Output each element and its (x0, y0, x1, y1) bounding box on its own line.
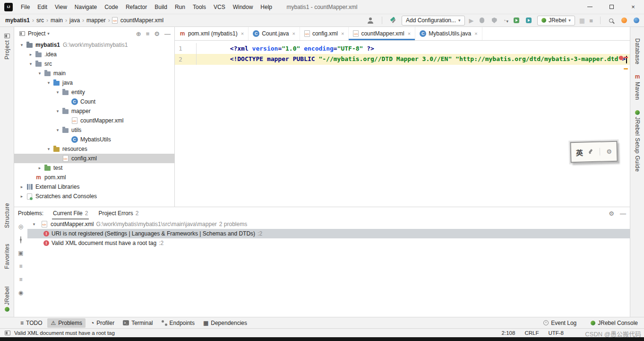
update-notification-icon[interactable] (620, 17, 628, 24)
dependencies-button[interactable]: ▦ Dependencies (200, 318, 250, 328)
jrebel-console-button[interactable]: JRebel Console (587, 318, 641, 328)
menu-run[interactable]: Run (171, 0, 189, 14)
tree-item-external-libraries[interactable]: ▸ External Libraries (14, 182, 174, 192)
tree-item-countmapper-xml[interactable]: countMapper.xml (14, 116, 174, 125)
chevron-expanded-icon[interactable]: ▾ (18, 43, 26, 47)
ime-pen-icon[interactable] (587, 149, 593, 155)
chevron-expanded-icon[interactable]: ▾ (27, 61, 34, 66)
menu-edit[interactable]: Edit (34, 0, 51, 14)
warning-stripe-mark[interactable] (624, 68, 628, 70)
menu-file[interactable]: File (17, 0, 34, 14)
tree-item-main[interactable]: ▾ main (14, 69, 174, 78)
tab-current-file[interactable]: Current File 2 (52, 207, 89, 219)
tool-window-maven[interactable]: Maven (630, 73, 644, 100)
pin-icon[interactable]: ◉ (18, 289, 23, 296)
code-editor[interactable]: 1 <?xml version="1.0" encoding="UTF-8" ?… (175, 41, 630, 207)
chevron-expanded-icon[interactable]: ▾ (54, 128, 61, 132)
chevron-expanded-icon[interactable]: ▾ (36, 71, 43, 76)
menu-tools[interactable]: Tools (189, 0, 210, 14)
tab-project-errors[interactable]: Project Errors 2 (97, 207, 139, 219)
line-separator[interactable]: CRLF (524, 330, 539, 336)
profiler-dropdown-icon[interactable]: ◔▾ (503, 17, 508, 24)
chevron-expanded-icon[interactable]: ▾ (54, 109, 61, 114)
collapse-all-icon[interactable]: ≡ (19, 276, 22, 283)
problems-button[interactable]: ⚠ Problems (47, 318, 85, 328)
jrebel-dropdown-button[interactable]: JRebel ▾ (537, 16, 575, 26)
debug-icon[interactable] (478, 17, 486, 24)
menu-vcs[interactable]: VCS (210, 0, 229, 14)
close-icon[interactable]: × (474, 31, 477, 36)
search-everywhere-icon[interactable] (608, 17, 616, 24)
menu-build[interactable]: Build (151, 0, 171, 14)
chevron-collapsed-icon[interactable]: ▸ (27, 52, 34, 57)
tree-item-src[interactable]: ▾ src (14, 59, 174, 69)
error-stripe-mark[interactable] (624, 57, 628, 58)
endpoints-button[interactable]: Endpoints (158, 318, 198, 328)
chevron-expanded-icon[interactable]: ▾ (30, 222, 38, 227)
profiler-button[interactable]: ◔ Profiler (87, 318, 118, 328)
stop-icon[interactable]: ■ (589, 17, 593, 24)
error-indicator-icon[interactable] (619, 56, 623, 60)
tree-item-mapper[interactable]: ▾ mapper (14, 106, 174, 116)
add-configuration-button[interactable]: Add Configuration... ▾ (402, 16, 465, 26)
breadcrumb-project[interactable]: mybatis1 (4, 17, 31, 24)
menu-window[interactable]: Window (229, 0, 257, 14)
close-icon[interactable]: × (408, 31, 411, 36)
hide-panel-icon[interactable]: — (620, 210, 626, 217)
chevron-collapsed-icon[interactable]: ▸ (36, 166, 43, 170)
tree-item-pom-xml[interactable]: pom.xml (14, 173, 174, 182)
open-in-split-icon[interactable]: ▣ (18, 250, 23, 256)
tree-item-utils[interactable]: ▾ utils (14, 125, 174, 135)
locate-file-icon[interactable]: ⊕ (136, 30, 141, 37)
menu-code[interactable]: Code (101, 0, 122, 14)
autoscroll-to-source-icon[interactable]: ◎ (18, 223, 23, 230)
close-icon[interactable]: × (241, 31, 244, 36)
todo-button[interactable]: ≡ TODO (17, 318, 45, 328)
tab-mybatisutils-java[interactable]: MybatisUtils.java × (415, 27, 482, 40)
settings-icon[interactable]: ⚙ (609, 210, 614, 217)
tool-window-jrebel-setup-guide[interactable]: JRebel Setup Guide (630, 110, 644, 172)
breadcrumb-src[interactable]: src (35, 17, 45, 24)
terminal-button[interactable]: Terminal (120, 318, 156, 328)
tool-window-structure[interactable]: Structure (0, 203, 14, 228)
menu-navigate[interactable]: Navigate (71, 0, 101, 14)
tree-item-mybatis1[interactable]: ▾ mybatis1 G:\work\mybatis\mybatis1 (14, 40, 174, 50)
ime-toolbar[interactable]: 英 ⚙ (570, 141, 618, 163)
tree-item-resources[interactable]: ▾ resources (14, 144, 174, 154)
tool-window-favorites[interactable]: Favorites (0, 244, 14, 269)
tree-item-count[interactable]: Count (14, 97, 174, 106)
chevron-expanded-icon[interactable]: ▾ (54, 90, 61, 95)
settings-icon[interactable]: ⚙ (154, 30, 160, 37)
caret-position[interactable]: 2:108 (502, 330, 515, 336)
hide-panel-icon[interactable]: — (164, 30, 171, 37)
code-line-2[interactable]: 2 <!DOCTYPE mapper PUBLIC "-//mybatis.or… (175, 54, 630, 65)
tool-window-database[interactable]: Database (630, 38, 644, 64)
event-log-button[interactable]: Event Log (540, 318, 580, 328)
tree-item-mybatisutils[interactable]: MybatisUtils (14, 135, 174, 144)
chevron-collapsed-icon[interactable]: ▸ (18, 194, 26, 199)
tool-window-project[interactable]: Project (0, 34, 14, 60)
minimize-button[interactable] (579, 0, 601, 14)
tree-item-idea[interactable]: ▸ .idea (14, 50, 174, 59)
breadcrumb-java[interactable]: java (68, 17, 81, 24)
ime-mode-indicator[interactable]: 英 (576, 147, 584, 157)
collapse-all-icon[interactable]: ≡ (146, 30, 150, 37)
menu-view[interactable]: View (51, 0, 71, 14)
problem-row-uri-not-registered[interactable]: URI is not registered (Settings | Langua… (27, 229, 630, 238)
jrebel-sync-icon[interactable] (525, 17, 533, 24)
close-button[interactable]: × (622, 0, 644, 14)
tree-item-entity[interactable]: ▾ entity (14, 87, 174, 97)
attach-icon[interactable]: ▦ (579, 17, 585, 24)
quick-access-icon[interactable] (5, 331, 10, 335)
run-icon[interactable]: ▶ (469, 17, 474, 24)
ime-settings-icon[interactable]: ⚙ (606, 148, 612, 155)
tree-item-config-xml[interactable]: config.xml (14, 154, 174, 163)
menu-help[interactable]: Help (257, 0, 276, 14)
breadcrumb-mapper[interactable]: mapper (85, 17, 107, 24)
tree-item-test[interactable]: ▸ test (14, 163, 174, 173)
breadcrumb-file[interactable]: countMapper.xml (119, 17, 165, 24)
tree-item-scratches[interactable]: ▸ Scratches and Consoles (14, 192, 174, 201)
build-hammer-icon[interactable] (389, 17, 397, 24)
chevron-expanded-icon[interactable]: ▾ (45, 147, 52, 151)
problem-row-no-root-tag[interactable]: Valid XML document must have a root tag … (27, 238, 630, 248)
